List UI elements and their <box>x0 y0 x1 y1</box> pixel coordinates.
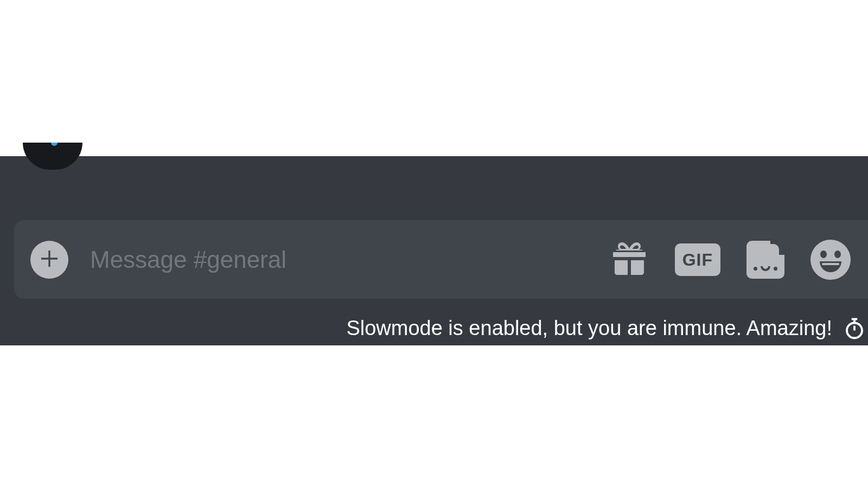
message-input[interactable] <box>68 246 610 273</box>
avatar-accent <box>51 143 58 146</box>
gif-button[interactable]: GIF <box>675 243 720 276</box>
sticker-button[interactable] <box>746 241 784 279</box>
chat-input-panel: GIF <box>0 156 868 345</box>
stopwatch-icon <box>843 317 866 340</box>
slowmode-status: Slowmode is enabled, but you are immune.… <box>346 317 868 340</box>
input-actions: GIF <box>610 239 852 280</box>
attach-button[interactable] <box>30 241 68 279</box>
message-input-bar: GIF <box>14 220 868 299</box>
emoji-icon <box>810 240 851 280</box>
emoji-button[interactable] <box>810 240 851 280</box>
gift-button[interactable] <box>610 239 649 280</box>
plus-icon <box>39 248 60 272</box>
avatar-partial <box>23 143 82 170</box>
sticker-icon <box>746 241 784 279</box>
gift-icon <box>610 239 649 280</box>
slowmode-text: Slowmode is enabled, but you are immune.… <box>346 317 832 340</box>
